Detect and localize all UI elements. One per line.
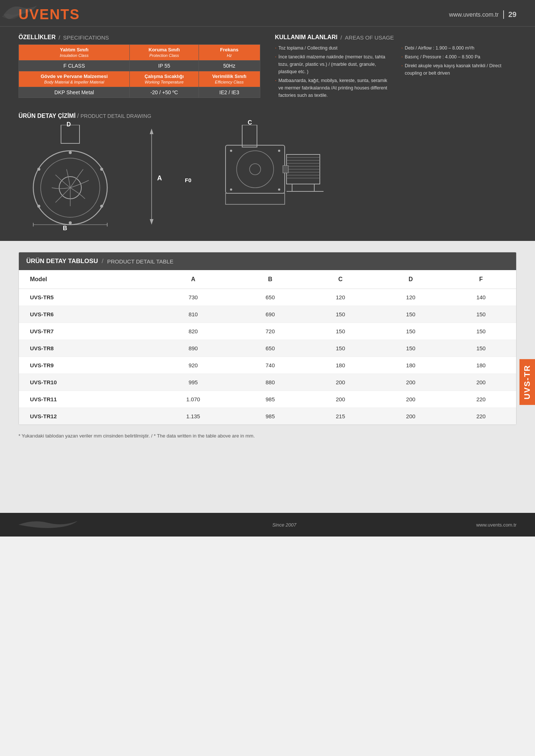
footer-watermark bbox=[18, 517, 92, 532]
label-d: D bbox=[67, 121, 71, 128]
cell-c: 120 bbox=[305, 289, 376, 306]
protection-class-header: Koruma SınıfıProtection Class bbox=[130, 45, 199, 61]
col-model: Model bbox=[19, 270, 151, 289]
svg-rect-18 bbox=[242, 125, 257, 147]
table-row: UVS-TR111.070985200200220 bbox=[19, 391, 516, 408]
usage-column: KULLANIM ALANLARI / AREAS OF USAGE · Toz… bbox=[275, 34, 517, 105]
cell-c: 180 bbox=[305, 357, 376, 374]
cell-c: 150 bbox=[305, 340, 376, 357]
svg-point-7 bbox=[69, 221, 72, 224]
cell-a: 890 bbox=[151, 340, 235, 357]
label-f0-container: F0 bbox=[181, 125, 203, 230]
cell-a: 730 bbox=[151, 289, 235, 306]
svg-rect-19 bbox=[226, 145, 285, 193]
specs-column: ÖZELLİKLER / SPECIFICATIONS Yalıtım Sını… bbox=[18, 34, 260, 105]
cell-model: UVS-TR11 bbox=[19, 391, 151, 408]
product-detail-table-section: ÜRÜN DETAY TABLOSU / PRODUCT DETAIL TABL… bbox=[18, 252, 517, 425]
cell-a: 1.070 bbox=[151, 391, 235, 408]
svg-marker-15 bbox=[150, 219, 153, 225]
drawing-title: ÜRÜN DETAY ÇİZİMİ / PRODUCT DETAIL DRAWI… bbox=[18, 113, 517, 119]
usage-columns: · Toz toplama / Collecting dust · İnce t… bbox=[275, 44, 517, 101]
usage-drive: · Direkt akuple veya kayış kasnak tahrik… bbox=[401, 62, 517, 77]
cell-model: UVS-TR6 bbox=[19, 306, 151, 323]
svg-rect-29 bbox=[283, 166, 288, 173]
cell-model: UVS-TR7 bbox=[19, 323, 151, 340]
cell-d: 150 bbox=[376, 306, 446, 323]
cell-a: 920 bbox=[151, 357, 235, 374]
cell-f: 140 bbox=[446, 289, 516, 306]
cell-a: 1.135 bbox=[151, 408, 235, 425]
footer-since: Since 2007 bbox=[272, 522, 296, 528]
cell-c: 150 bbox=[305, 306, 376, 323]
insulation-class-value: F CLASS bbox=[19, 61, 130, 71]
bottom-wrapper: UVS-TR ÜRÜN DETAY TABLOSU / PRODUCT DETA… bbox=[0, 241, 535, 537]
cell-b: 880 bbox=[235, 374, 305, 391]
cell-f: 220 bbox=[446, 408, 516, 425]
cell-f: 150 bbox=[446, 340, 516, 357]
cell-d: 200 bbox=[376, 408, 446, 425]
fan-front-drawing: D bbox=[18, 125, 122, 230]
svg-point-5 bbox=[100, 168, 103, 171]
body-material-value: DKP Sheet Metal bbox=[19, 87, 130, 98]
label-c: C bbox=[248, 119, 252, 126]
cell-f: 200 bbox=[446, 374, 516, 391]
cell-d: 120 bbox=[376, 289, 446, 306]
usage-list-left: · Toz toplama / Collecting dust · İnce t… bbox=[275, 44, 390, 99]
cell-d: 180 bbox=[376, 357, 446, 374]
working-temp-header: Çalışma SıcaklığıWorking Temperature bbox=[130, 71, 199, 87]
header: UVENTS www.uvents.com.tr 29 bbox=[0, 0, 535, 27]
svg-point-34 bbox=[237, 151, 274, 188]
insulation-class-header: Yalıtım SınıfıInsulation Class bbox=[19, 45, 130, 61]
top-section: UVENTS www.uvents.com.tr 29 ÖZELLİKLER /… bbox=[0, 0, 535, 241]
detail-table: Model A B C D F UVS-TR5730650120120140UV… bbox=[19, 270, 516, 425]
cell-a: 820 bbox=[151, 323, 235, 340]
svg-text:F0: F0 bbox=[185, 177, 192, 183]
cell-f: 180 bbox=[446, 357, 516, 374]
uvs-tr-tab: UVS-TR bbox=[519, 359, 535, 405]
svg-point-6 bbox=[100, 205, 103, 208]
table-row: UVS-TR5730650120120140 bbox=[19, 289, 516, 306]
cell-b: 985 bbox=[235, 408, 305, 425]
table-row: UVS-TR9920740180180180 bbox=[19, 357, 516, 374]
frequency-header: FrekansHz bbox=[199, 45, 260, 61]
table-row: UVS-TR7820720150150150 bbox=[19, 323, 516, 340]
footnote: * Yukarıdaki tablodan yazan veriler mm c… bbox=[18, 432, 517, 440]
cell-c: 150 bbox=[305, 323, 376, 340]
svg-rect-30 bbox=[226, 193, 285, 204]
cell-b: 985 bbox=[235, 391, 305, 408]
footer: Since 2007 www.uvents.com.tr bbox=[0, 513, 535, 537]
usage-item-1: · Toz toplama / Collecting dust bbox=[275, 44, 390, 52]
svg-marker-14 bbox=[150, 129, 153, 134]
table-row: UVS-TR8890650150150150 bbox=[19, 340, 516, 357]
col-f: F bbox=[446, 270, 516, 289]
svg-point-35 bbox=[250, 164, 261, 175]
footer-website: www.uvents.com.tr bbox=[476, 522, 517, 528]
svg-point-36 bbox=[230, 150, 232, 152]
label-a-svg: A bbox=[137, 125, 166, 228]
usage-col-right: · Debi / Airflow : 1.900 – 8.000 m³/h · … bbox=[401, 44, 517, 101]
cell-a: 810 bbox=[151, 306, 235, 323]
label-b: B bbox=[63, 225, 67, 232]
table-header-row: Model A B C D F bbox=[19, 270, 516, 289]
frequency-value: 50Hz bbox=[199, 61, 260, 71]
specs-title: ÖZELLİKLER / SPECIFICATIONS bbox=[18, 34, 260, 41]
specs-table: Yalıtım SınıfıInsulation Class Koruma Sı… bbox=[18, 44, 260, 98]
website-text: www.uvents.com.tr bbox=[449, 11, 498, 18]
cell-f: 150 bbox=[446, 306, 516, 323]
cell-a: 995 bbox=[151, 374, 235, 391]
cell-d: 150 bbox=[376, 323, 446, 340]
cell-model: UVS-TR10 bbox=[19, 374, 151, 391]
col-d: D bbox=[376, 270, 446, 289]
header-right: www.uvents.com.tr 29 bbox=[449, 10, 517, 19]
col-c: C bbox=[305, 270, 376, 289]
cell-b: 650 bbox=[235, 289, 305, 306]
fan-svg bbox=[18, 125, 122, 228]
body-material-header: Gövde ve Pervane MalzemesiBody Material … bbox=[19, 71, 130, 87]
drawing-section: ÜRÜN DETAY ÇİZİMİ / PRODUCT DETAIL DRAWI… bbox=[18, 113, 517, 230]
usage-item-2: · İnce tanecikli malzeme naklinde (merme… bbox=[275, 53, 390, 75]
col-b: B bbox=[235, 270, 305, 289]
col-a: A bbox=[151, 270, 235, 289]
table-row: UVS-TR121.135985215200220 bbox=[19, 408, 516, 425]
usage-list-right: · Debi / Airflow : 1.900 – 8.000 m³/h · … bbox=[401, 44, 517, 77]
cell-d: 150 bbox=[376, 340, 446, 357]
